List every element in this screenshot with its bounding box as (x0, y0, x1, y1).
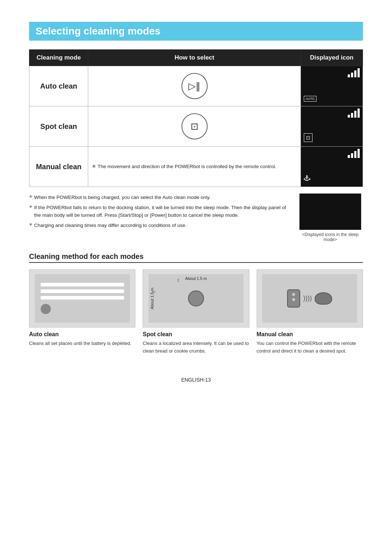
bar4 (358, 109, 360, 118)
manual-robot-icon (315, 292, 332, 305)
page-title: Selecting cleaning modes (36, 25, 356, 37)
display-icon-auto: AUTO (301, 66, 363, 106)
sleep-mode-display (299, 194, 361, 230)
method-manual-image: )))) (257, 269, 363, 328)
manual-how-text: ✳ The movement and direction of the POWE… (92, 163, 297, 171)
method-spot-image: About 1.5 m About 1.5 m ↕ ↔ (143, 269, 249, 328)
method-spot: About 1.5 m About 1.5 m ↕ ↔ Spot clean C… (143, 269, 249, 355)
method-auto-name: Auto clean (29, 331, 135, 338)
methods-section: Cleaning method for each modes Auto clea… (29, 252, 363, 355)
bar3 (354, 111, 356, 118)
page-footer: ENGLISH-13 (29, 377, 363, 383)
method-manual: )))) Manual clean You can control the PO… (257, 269, 363, 355)
methods-heading: Cleaning method for each modes (29, 252, 363, 263)
auto-line-1 (41, 283, 124, 286)
mode-spot-clean: Spot clean (29, 106, 88, 147)
how-auto-clean: ▷‖ (88, 66, 301, 106)
bar1 (348, 155, 350, 158)
table-row: Auto clean ▷‖ AUTO (29, 66, 363, 106)
signal-bars-spot (348, 109, 360, 118)
signal-bars-auto (348, 68, 360, 77)
spot-mode-label: ⊡ (304, 133, 313, 142)
manual-clean-illustration: )))) (262, 274, 357, 323)
col-header-mode: Cleaning mode (29, 50, 88, 66)
auto-icon-text: AUTO (306, 97, 315, 101)
bar2 (351, 113, 353, 118)
auto-mode-label: AUTO (304, 95, 317, 102)
page-number: ENGLISH-13 (181, 377, 211, 383)
auto-clean-illustration (35, 274, 130, 323)
mode-auto-clean: Auto clean (29, 66, 88, 106)
bar1 (348, 74, 350, 77)
remote-btn-1 (292, 293, 295, 296)
auto-line-3 (41, 296, 124, 300)
auto-robot (41, 304, 51, 314)
spot-clean-illustration: About 1.5 m About 1.5 m ↕ ↔ (148, 274, 244, 323)
note-1: When the POWERbot is being charged, you … (29, 194, 290, 202)
spot-horiz-label: About 1.5 m (185, 276, 207, 281)
signal-bars-manual (348, 149, 360, 158)
bar3 (354, 151, 356, 158)
display-icon-spot: ⊡ (301, 106, 363, 147)
how-spot-clean: ⊡ (88, 106, 301, 147)
sleep-mode-box: <Displayed icons in the sleep mode> (298, 194, 363, 242)
cleaning-modes-table: Cleaning mode How to select Displayed ic… (29, 49, 363, 187)
remote-btn-2 (292, 298, 295, 301)
auto-clean-button-icon: ▷‖ (181, 73, 208, 99)
arrow-left: ↔ (151, 289, 156, 294)
signal-waves-icon: )))) (303, 294, 312, 302)
spot-robot (188, 290, 204, 306)
bar2 (351, 73, 353, 77)
mode-manual-clean: Manual clean (29, 147, 88, 187)
spot-clean-button-icon: ⊡ (181, 113, 208, 139)
remote-icon (287, 289, 300, 308)
manual-illustration-inner: )))) (287, 289, 332, 308)
bar2 (351, 153, 353, 158)
notes-section: When the POWERbot is being charged, you … (29, 194, 363, 242)
auto-display-box: AUTO (301, 66, 363, 106)
spot-icon: ⊡ (191, 121, 199, 132)
col-header-how: How to select (88, 50, 301, 66)
methods-grid: Auto clean Cleans all set places until t… (29, 269, 363, 355)
table-row: Manual clean ✳ The movement and directio… (29, 147, 363, 187)
display-icon-manual: 🕹 (301, 147, 363, 187)
play-pause-icon: ▷‖ (188, 81, 200, 92)
notes-text-container: When the POWERbot is being charged, you … (29, 194, 290, 242)
method-spot-desc: Cleans a localized area intensely. It ca… (143, 340, 249, 355)
arrow-top: ↕ (177, 277, 180, 283)
sleep-mode-caption: <Displayed icons in the sleep mode> (298, 232, 363, 242)
method-auto: Auto clean Cleans all set places until t… (29, 269, 135, 355)
table-row: Spot clean ⊡ ⊡ (29, 106, 363, 147)
spot-display-box: ⊡ (301, 106, 363, 146)
method-spot-name: Spot clean (143, 331, 249, 338)
page-header: Selecting cleaning modes (29, 22, 363, 41)
method-manual-desc: You can control the POWERbot with the re… (257, 340, 363, 355)
method-auto-desc: Cleans all set places until the battery … (29, 340, 135, 347)
auto-line-2 (41, 289, 124, 293)
bar4 (358, 149, 360, 158)
bar1 (348, 115, 350, 118)
method-manual-name: Manual clean (257, 331, 363, 338)
method-auto-image (29, 269, 135, 328)
bar3 (354, 70, 356, 77)
manual-display-box: 🕹 (301, 147, 363, 187)
note-2: If the POWERbot fails to return to the d… (29, 204, 290, 219)
note-3: Charging and cleaning times may differ a… (29, 221, 290, 229)
manual-mode-label: 🕹 (304, 175, 310, 182)
how-manual-clean: ✳ The movement and direction of the POWE… (88, 147, 301, 187)
col-header-icon: Displayed icon (301, 50, 363, 66)
bar4 (358, 68, 360, 77)
